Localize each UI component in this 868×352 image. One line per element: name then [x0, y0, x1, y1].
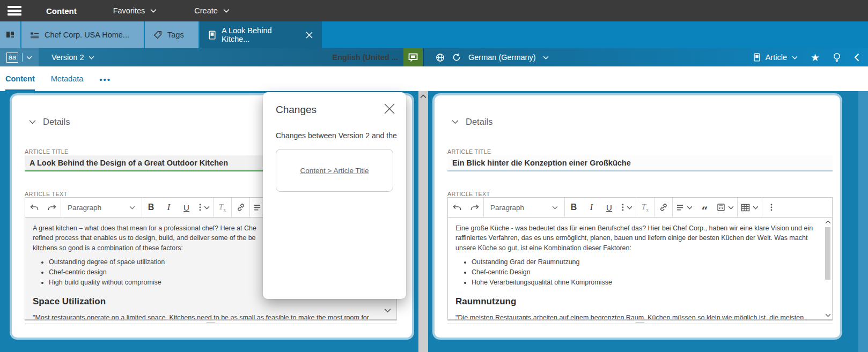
more-tabs-icon[interactable]: ••• [99, 66, 111, 91]
article-text-label: ARTICLE TEXT [447, 191, 490, 197]
chevron-down-icon [29, 119, 36, 124]
scroll-up-icon[interactable] [418, 91, 428, 102]
paragraph-label: Paragraph [490, 204, 524, 212]
tab-label: Chef Corp. USA Home... [45, 31, 129, 39]
collapse-panel-icon[interactable] [854, 53, 859, 62]
bold-button[interactable]: B [142, 198, 160, 217]
language-toggle-button[interactable]: àa [0, 48, 39, 66]
details-label: Details [43, 117, 70, 127]
underline-button[interactable]: U [600, 198, 618, 217]
article-intro: Eine große Küche - was bedeutet das für … [455, 223, 817, 253]
create-menu[interactable]: Create [194, 6, 230, 15]
italic-button[interactable]: I [583, 198, 600, 217]
close-icon[interactable] [381, 101, 398, 117]
undo-button[interactable] [25, 198, 43, 217]
page-title: Content [46, 6, 77, 16]
blockquote-button[interactable]: “ [696, 198, 713, 217]
article-text-label: ARTICLE TEXT [25, 191, 67, 197]
document-icon [208, 31, 216, 40]
tab-label: Tags [167, 31, 184, 39]
dialog-title: Changes [276, 104, 317, 116]
item-type-label: Article [766, 53, 787, 62]
rich-text-toolbar: Paragraph B I U Tx “ [447, 197, 833, 218]
code-block-dropdown[interactable] [713, 198, 737, 217]
table-dropdown[interactable] [738, 198, 762, 217]
link-button[interactable] [232, 198, 249, 217]
bullet-item: Outstanding Grad der Raumnutzung [472, 257, 817, 267]
version-bar-left: àa Version 2 English (United ... [0, 48, 423, 66]
paragraph-label: Paragraph [68, 204, 101, 212]
item-type-selector[interactable]: Article [753, 53, 798, 62]
right-language-selector[interactable]: German (Germany) [436, 53, 549, 62]
divider [22, 53, 23, 62]
article-text-editor[interactable]: Eine große Küche - was bedeutet das für … [447, 218, 833, 320]
scrollbar-thumb[interactable] [825, 227, 830, 280]
editor-scrollbar[interactable] [823, 218, 832, 319]
scroll-up-icon[interactable] [825, 218, 831, 226]
comments-button[interactable] [403, 48, 423, 66]
underline-button[interactable]: U [178, 198, 195, 217]
editor-resize-handle[interactable] [447, 320, 833, 324]
language-aa-icon: àa [6, 53, 18, 63]
tab-article-active[interactable]: A Look Behind Kitche... [200, 21, 322, 48]
sync-icon [452, 53, 461, 62]
redo-button[interactable] [466, 198, 483, 217]
details-section-header[interactable]: Details [452, 117, 492, 127]
right-edge-scrollbar[interactable] [858, 91, 868, 352]
right-language-panel: Details ARTICLE TITLE Ein Blick hinter d… [435, 95, 840, 338]
details-section-header[interactable]: Details [29, 117, 70, 127]
toolbar-overflow-menu[interactable] [762, 198, 780, 217]
change-item[interactable]: Content > Article Title [276, 149, 393, 192]
article-quote: "Die meisten Restaurants arbeiten auf ei… [455, 313, 817, 320]
tab-metadata[interactable]: Metadata [51, 66, 83, 91]
editor-resize-handle[interactable] [25, 320, 397, 324]
scroll-down-icon[interactable] [384, 308, 391, 313]
article-title-label: ARTICLE TITLE [447, 148, 491, 155]
chevron-down-icon [89, 56, 94, 59]
bold-button[interactable]: B [565, 198, 583, 217]
chevron-down-icon [452, 119, 459, 124]
details-label: Details [466, 117, 492, 127]
create-label: Create [194, 6, 218, 15]
article-doc-icon [753, 53, 761, 62]
chevron-down-icon [543, 56, 549, 59]
tab-tags[interactable]: Tags [145, 21, 198, 48]
middle-scrollbar[interactable] [418, 91, 428, 352]
chevron-down-icon [26, 56, 32, 59]
tab-content[interactable]: Content [5, 66, 35, 91]
hamburger-menu-icon[interactable] [0, 0, 29, 21]
tab-label: A Look Behind Kitche... [222, 26, 299, 43]
favorites-label: Favorites [113, 6, 145, 15]
paragraph-style-dropdown[interactable]: Paragraph [61, 198, 142, 217]
favorites-menu[interactable]: Favorites [113, 6, 157, 15]
italic-button[interactable]: I [160, 198, 178, 217]
tab-chef-corp-home[interactable]: Chef Corp. USA Home... [21, 21, 144, 48]
dashboard-tab[interactable] [0, 21, 20, 48]
article-title-label: ARTICLE TITLE [25, 148, 69, 155]
article-title-input[interactable]: Ein Blick hinter die Konzeption einer Gr… [447, 155, 833, 171]
close-icon[interactable] [299, 31, 313, 39]
version-selector[interactable]: Version 2 [52, 53, 94, 62]
globe-icon [436, 53, 445, 62]
scroll-down-icon[interactable] [825, 311, 831, 319]
top-bar: Content Favorites Create [0, 0, 868, 21]
right-language-label: German (Germany) [468, 53, 536, 62]
article-bullets: Outstanding Grad der Raumnutzung Chef-ce… [455, 257, 817, 288]
tab-strip: Chef Corp. USA Home... Tags A Look Behin… [0, 21, 868, 48]
paragraph-style-dropdown[interactable]: Paragraph [484, 198, 564, 217]
left-language-label: English (United ... [333, 53, 398, 62]
favorite-star-icon[interactable]: ★ [811, 53, 820, 63]
more-formatting-dropdown[interactable] [618, 198, 636, 217]
undo-button[interactable] [448, 198, 466, 217]
content-list-icon [30, 31, 39, 39]
link-button[interactable] [654, 198, 672, 217]
chevron-down-icon [223, 9, 230, 13]
tag-icon [153, 31, 162, 39]
clear-formatting-button[interactable]: Tx [214, 198, 231, 217]
redo-button[interactable] [43, 198, 61, 217]
change-link[interactable]: Content > Article Title [300, 167, 369, 175]
clear-formatting-button[interactable]: Tx [636, 198, 654, 217]
more-formatting-dropdown[interactable] [195, 198, 213, 217]
lightbulb-icon[interactable] [833, 53, 841, 63]
align-dropdown[interactable] [673, 198, 696, 217]
